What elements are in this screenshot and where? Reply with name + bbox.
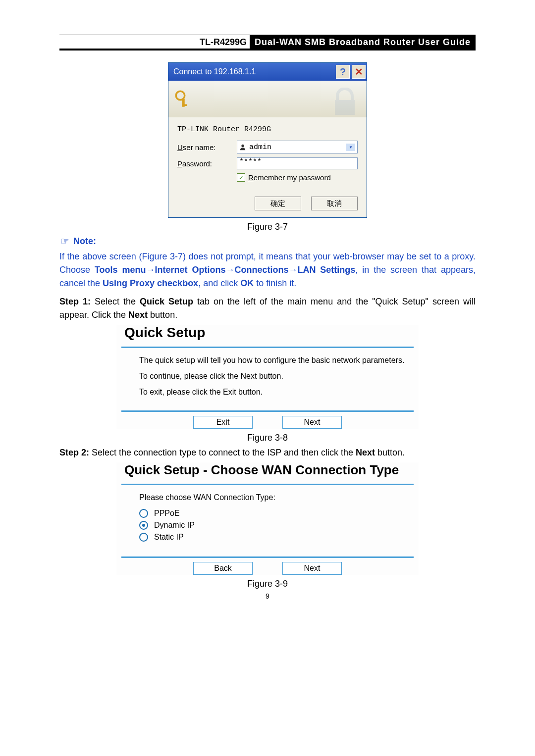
username-label: User name: (177, 143, 237, 151)
radio-dynamic-label: Dynamic IP (154, 521, 195, 530)
step-1: Step 1: Select the Quick Setup tab on th… (59, 295, 476, 322)
radio-icon (139, 509, 148, 518)
next-button-2[interactable]: Next (282, 562, 342, 575)
password-label: Password: (177, 159, 237, 168)
figure-3-9-caption: Figure 3-9 (59, 579, 476, 589)
page-number: 9 (59, 592, 476, 600)
router-name: TP-LINK Router R4299G (177, 125, 358, 134)
radio-icon (139, 521, 148, 530)
svg-point-4 (241, 145, 244, 147)
note-paragraph: If the above screen (Figure 3-7) does no… (59, 250, 476, 290)
user-icon (239, 144, 246, 151)
remember-checkbox[interactable]: ✓ (237, 173, 245, 182)
step-2: Step 2: Select the connection type to co… (59, 446, 476, 459)
choose-wan-title: Quick Setup - Choose WAN Connection Type (124, 462, 419, 478)
radio-static-label: Static IP (154, 533, 184, 542)
keys-icon (173, 89, 194, 109)
login-titlebar: Connect to 192.168.1.1 ? ✕ (168, 63, 367, 81)
figure-3-8-caption: Figure 3-8 (59, 433, 476, 443)
help-button[interactable]: ? (336, 65, 350, 79)
svg-point-0 (176, 91, 185, 100)
radio-dynamic-ip[interactable]: Dynamic IP (139, 521, 406, 530)
lock-bg-icon (330, 88, 365, 117)
login-banner (168, 81, 367, 117)
pointing-hand-icon: ☞ (60, 235, 69, 247)
username-input[interactable]: admin ▾ (237, 141, 358, 153)
svg-rect-3 (335, 100, 355, 115)
password-input[interactable]: ***** (237, 157, 358, 169)
login-dialog: Connect to 192.168.1.1 ? ✕ TP-LINK Route… (168, 62, 367, 218)
header-title: Dual-WAN SMB Broadband Router User Guide (250, 35, 476, 49)
quick-setup-title: Quick Setup (124, 325, 419, 341)
ok-button[interactable]: 确定 (255, 197, 301, 210)
note-label: Note: (73, 236, 96, 247)
close-button[interactable]: ✕ (352, 65, 366, 79)
quick-setup-panel: Quick Setup The quick setup will tell yo… (116, 325, 419, 429)
radio-pppoe[interactable]: PPPoE (139, 509, 406, 518)
qs1-line2: To continue, please click the Next butto… (139, 372, 406, 381)
svg-rect-2 (182, 104, 188, 106)
qs1-line1: The quick setup will tell you how to con… (139, 356, 406, 365)
radio-pppoe-label: PPPoE (154, 509, 180, 518)
cancel-button[interactable]: 取消 (311, 197, 358, 210)
exit-button[interactable]: Exit (193, 416, 253, 429)
remember-label: Remember my password (248, 173, 331, 182)
qs1-line3: To exit, please click the Exit button. (139, 388, 406, 397)
next-button[interactable]: Next (282, 416, 342, 429)
choose-wan-panel: Quick Setup - Choose WAN Connection Type… (116, 462, 419, 575)
header-model: TL-R4299G (197, 35, 250, 49)
password-value: ***** (239, 158, 262, 166)
radio-icon (139, 533, 148, 542)
wan-prompt: Please choose WAN Connection Type: (139, 493, 406, 502)
chevron-down-icon[interactable]: ▾ (346, 144, 355, 151)
figure-3-7-caption: Figure 3-7 (59, 222, 476, 232)
username-value: admin (249, 143, 346, 151)
login-title-text: Connect to 192.168.1.1 (173, 67, 334, 76)
radio-static-ip[interactable]: Static IP (139, 533, 406, 542)
back-button[interactable]: Back (193, 562, 253, 575)
doc-header: TL-R4299G Dual-WAN SMB Broadband Router … (59, 35, 476, 50)
